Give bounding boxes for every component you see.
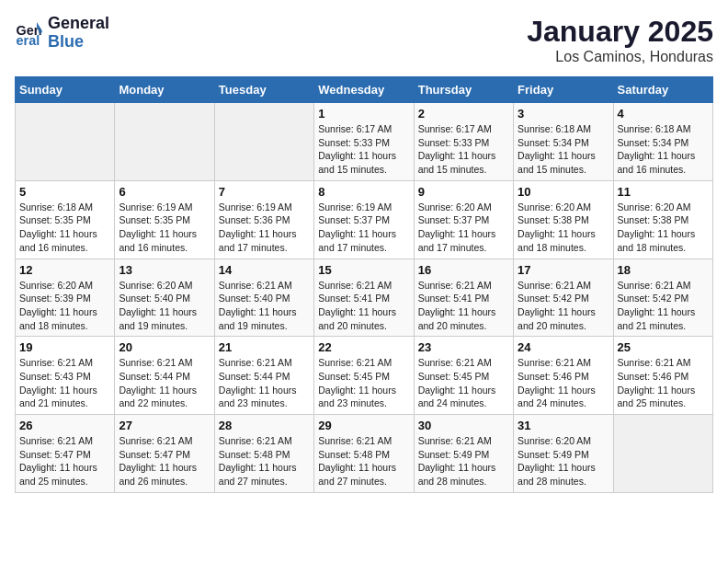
day-number: 25 — [618, 340, 709, 354]
day-number: 1 — [318, 107, 409, 121]
day-info: Sunrise: 6:21 AMSunset: 5:48 PMDaylight:… — [219, 434, 310, 488]
calendar-cell: 15Sunrise: 6:21 AMSunset: 5:41 PMDayligh… — [314, 259, 414, 337]
calendar-cell: 23Sunrise: 6:21 AMSunset: 5:45 PMDayligh… — [414, 337, 513, 415]
calendar-week-2: 5Sunrise: 6:18 AMSunset: 5:35 PMDaylight… — [16, 180, 713, 259]
day-info: Sunrise: 6:21 AMSunset: 5:49 PMDaylight:… — [418, 434, 509, 488]
day-info: Sunrise: 6:18 AMSunset: 5:35 PMDaylight:… — [19, 201, 110, 255]
day-info: Sunrise: 6:17 AMSunset: 5:33 PMDaylight:… — [418, 122, 509, 177]
day-number: 21 — [219, 340, 310, 354]
calendar-cell: 29Sunrise: 6:21 AMSunset: 5:48 PMDayligh… — [314, 415, 414, 493]
day-info: Sunrise: 6:21 AMSunset: 5:45 PMDaylight:… — [418, 356, 509, 410]
calendar-cell: 12Sunrise: 6:20 AMSunset: 5:39 PMDayligh… — [16, 259, 115, 337]
day-info: Sunrise: 6:21 AMSunset: 5:41 PMDaylight:… — [318, 279, 409, 333]
day-number: 15 — [318, 263, 409, 277]
calendar-cell: 10Sunrise: 6:20 AMSunset: 5:38 PMDayligh… — [514, 180, 613, 259]
calendar-cell: 2Sunrise: 6:17 AMSunset: 5:33 PMDaylight… — [414, 103, 513, 181]
weekday-header-sunday: Sunday — [16, 77, 115, 103]
day-info: Sunrise: 6:21 AMSunset: 5:48 PMDaylight:… — [318, 434, 409, 488]
day-number: 14 — [219, 263, 310, 277]
day-number: 11 — [618, 185, 709, 199]
day-number: 12 — [19, 263, 110, 277]
calendar-cell: 31Sunrise: 6:20 AMSunset: 5:49 PMDayligh… — [514, 415, 613, 493]
day-info: Sunrise: 6:18 AMSunset: 5:34 PMDaylight:… — [518, 122, 609, 177]
title-area: January 2025 Los Caminos, Honduras — [527, 15, 713, 65]
header: Gen eral General Blue January 2025 Los C… — [15, 15, 713, 65]
day-info: Sunrise: 6:21 AMSunset: 5:44 PMDaylight:… — [219, 356, 310, 410]
day-info: Sunrise: 6:20 AMSunset: 5:49 PMDaylight:… — [518, 434, 609, 488]
calendar-cell — [613, 415, 712, 493]
day-number: 29 — [318, 419, 409, 432]
calendar-cell — [16, 103, 115, 181]
calendar-cell: 7Sunrise: 6:19 AMSunset: 5:36 PMDaylight… — [214, 180, 313, 259]
logo-blue: Blue — [48, 33, 109, 52]
calendar-cell: 1Sunrise: 6:17 AMSunset: 5:33 PMDaylight… — [314, 103, 414, 181]
calendar-cell: 26Sunrise: 6:21 AMSunset: 5:47 PMDayligh… — [16, 415, 115, 493]
day-number: 10 — [518, 185, 609, 199]
day-number: 19 — [19, 340, 110, 354]
calendar-cell: 18Sunrise: 6:21 AMSunset: 5:42 PMDayligh… — [613, 259, 712, 337]
calendar-cell: 6Sunrise: 6:19 AMSunset: 5:35 PMDaylight… — [115, 180, 214, 259]
day-info: Sunrise: 6:21 AMSunset: 5:43 PMDaylight:… — [19, 356, 110, 410]
day-info: Sunrise: 6:19 AMSunset: 5:35 PMDaylight:… — [119, 201, 210, 255]
day-info: Sunrise: 6:20 AMSunset: 5:39 PMDaylight:… — [19, 279, 110, 333]
day-info: Sunrise: 6:21 AMSunset: 5:45 PMDaylight:… — [318, 356, 409, 410]
weekday-header-tuesday: Tuesday — [214, 77, 313, 103]
calendar-cell: 14Sunrise: 6:21 AMSunset: 5:40 PMDayligh… — [214, 259, 313, 337]
day-info: Sunrise: 6:21 AMSunset: 5:42 PMDaylight:… — [518, 279, 609, 333]
weekday-header-monday: Monday — [115, 77, 214, 103]
day-info: Sunrise: 6:19 AMSunset: 5:36 PMDaylight:… — [219, 201, 310, 255]
day-info: Sunrise: 6:20 AMSunset: 5:38 PMDaylight:… — [618, 201, 709, 255]
calendar-week-1: 1Sunrise: 6:17 AMSunset: 5:33 PMDaylight… — [16, 103, 713, 181]
calendar-week-4: 19Sunrise: 6:21 AMSunset: 5:43 PMDayligh… — [16, 337, 713, 415]
calendar-title: January 2025 — [527, 15, 713, 49]
calendar-week-3: 12Sunrise: 6:20 AMSunset: 5:39 PMDayligh… — [16, 259, 713, 337]
day-number: 4 — [618, 107, 709, 121]
calendar-cell: 4Sunrise: 6:18 AMSunset: 5:34 PMDaylight… — [613, 103, 712, 181]
calendar-cell: 19Sunrise: 6:21 AMSunset: 5:43 PMDayligh… — [16, 337, 115, 415]
calendar-cell: 17Sunrise: 6:21 AMSunset: 5:42 PMDayligh… — [514, 259, 613, 337]
day-number: 3 — [518, 107, 609, 121]
day-number: 9 — [418, 185, 509, 199]
calendar-week-5: 26Sunrise: 6:21 AMSunset: 5:47 PMDayligh… — [16, 415, 713, 493]
day-number: 17 — [518, 263, 609, 277]
calendar-cell: 22Sunrise: 6:21 AMSunset: 5:45 PMDayligh… — [314, 337, 414, 415]
day-number: 20 — [119, 340, 210, 354]
day-number: 26 — [19, 419, 110, 432]
day-number: 2 — [418, 107, 509, 121]
day-number: 7 — [219, 185, 310, 199]
day-number: 24 — [518, 340, 609, 354]
calendar-cell: 16Sunrise: 6:21 AMSunset: 5:41 PMDayligh… — [414, 259, 513, 337]
calendar-cell: 30Sunrise: 6:21 AMSunset: 5:49 PMDayligh… — [414, 415, 513, 493]
day-number: 16 — [418, 263, 509, 277]
calendar-cell — [115, 103, 214, 181]
calendar-cell: 3Sunrise: 6:18 AMSunset: 5:34 PMDaylight… — [514, 103, 613, 181]
weekday-header-saturday: Saturday — [613, 77, 712, 103]
day-info: Sunrise: 6:20 AMSunset: 5:38 PMDaylight:… — [518, 201, 609, 255]
day-number: 8 — [318, 185, 409, 199]
calendar-cell: 21Sunrise: 6:21 AMSunset: 5:44 PMDayligh… — [214, 337, 313, 415]
day-number: 31 — [518, 419, 609, 432]
day-info: Sunrise: 6:21 AMSunset: 5:41 PMDaylight:… — [418, 279, 509, 333]
calendar-cell: 25Sunrise: 6:21 AMSunset: 5:46 PMDayligh… — [613, 337, 712, 415]
weekday-header-thursday: Thursday — [414, 77, 513, 103]
logo-general: General — [48, 15, 109, 33]
logo: Gen eral General Blue — [15, 15, 109, 52]
calendar-cell: 24Sunrise: 6:21 AMSunset: 5:46 PMDayligh… — [514, 337, 613, 415]
day-info: Sunrise: 6:19 AMSunset: 5:37 PMDaylight:… — [318, 201, 409, 255]
day-number: 30 — [418, 419, 509, 432]
day-info: Sunrise: 6:20 AMSunset: 5:40 PMDaylight:… — [119, 279, 210, 333]
day-info: Sunrise: 6:20 AMSunset: 5:37 PMDaylight:… — [418, 201, 509, 255]
day-number: 23 — [418, 340, 509, 354]
calendar-cell — [214, 103, 313, 181]
day-info: Sunrise: 6:21 AMSunset: 5:46 PMDaylight:… — [618, 356, 709, 410]
day-number: 13 — [119, 263, 210, 277]
day-info: Sunrise: 6:21 AMSunset: 5:44 PMDaylight:… — [119, 356, 210, 410]
calendar-cell: 5Sunrise: 6:18 AMSunset: 5:35 PMDaylight… — [16, 180, 115, 259]
day-number: 18 — [618, 263, 709, 277]
calendar-cell: 28Sunrise: 6:21 AMSunset: 5:48 PMDayligh… — [214, 415, 313, 493]
day-info: Sunrise: 6:21 AMSunset: 5:40 PMDaylight:… — [219, 279, 310, 333]
calendar-cell: 11Sunrise: 6:20 AMSunset: 5:38 PMDayligh… — [613, 180, 712, 259]
calendar-cell: 8Sunrise: 6:19 AMSunset: 5:37 PMDaylight… — [314, 180, 414, 259]
calendar-cell: 13Sunrise: 6:20 AMSunset: 5:40 PMDayligh… — [115, 259, 214, 337]
day-info: Sunrise: 6:21 AMSunset: 5:46 PMDaylight:… — [518, 356, 609, 410]
